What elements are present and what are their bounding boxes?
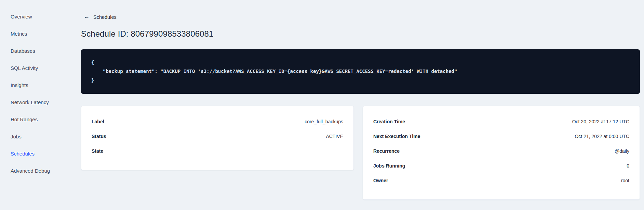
sidebar-item-network-latency[interactable]: Network Latency — [0, 94, 81, 111]
timing-row-value: root — [621, 178, 629, 183]
schedule-details-card: Label core_full_backups Status ACTIVE St… — [81, 106, 354, 170]
sidebar-item-label: Network Latency — [11, 99, 49, 105]
timing-row: Next Execution Time Oct 21, 2022 at 0:00… — [373, 129, 629, 144]
detail-row: Status ACTIVE — [92, 129, 343, 144]
detail-row-label: Status — [92, 134, 106, 139]
arrow-left-icon: ← — [84, 14, 90, 20]
sidebar-item-label: Metrics — [11, 31, 27, 37]
timing-row-label: Jobs Running — [373, 163, 405, 169]
sidebar-item-label: Insights — [11, 82, 28, 88]
sidebar-item-label: Hot Ranges — [11, 116, 38, 122]
page-root: Overview Metrics Databases SQL Activity … — [0, 0, 644, 210]
timing-row-value: Oct 21, 2022 at 0:00 UTC — [575, 134, 629, 139]
detail-row-value: core_full_backups — [305, 119, 343, 124]
sidebar-item-schedules[interactable]: Schedules — [0, 145, 81, 162]
detail-row-label: State — [92, 148, 103, 154]
main-content: ← Schedules Schedule ID: 806799098533806… — [81, 0, 644, 210]
schedule-timing-card: Creation Time Oct 20, 2022 at 17:12 UTC … — [363, 106, 640, 200]
schedule-statement-code-block: { "backup_statement": "BACKUP INTO 's3:/… — [81, 49, 640, 94]
sidebar-item-databases[interactable]: Databases — [0, 42, 81, 59]
sidebar-item-label: Schedules — [11, 151, 35, 157]
sidebar-item-label: SQL Activity — [11, 65, 38, 71]
sidebar-item-jobs[interactable]: Jobs — [0, 128, 81, 145]
sidebar-item-overview[interactable]: Overview — [0, 8, 81, 25]
detail-row-label: Label — [92, 119, 104, 124]
detail-row-value: ACTIVE — [326, 134, 343, 139]
sidebar-item-insights[interactable]: Insights — [0, 76, 81, 94]
back-to-schedules-link[interactable]: ← Schedules — [84, 14, 117, 20]
timing-row-value: 0 — [627, 163, 629, 169]
timing-row: Jobs Running 0 — [373, 158, 629, 173]
timing-row-label: Next Execution Time — [373, 134, 420, 139]
sidebar-item-label: Advanced Debug — [11, 168, 50, 174]
sidebar-item-label: Jobs — [11, 134, 22, 139]
page-title: Schedule ID: 806799098533806081 — [81, 29, 640, 39]
sidebar-item-advanced-debug[interactable]: Advanced Debug — [0, 162, 81, 179]
timing-row-label: Creation Time — [373, 119, 405, 124]
sidebar-item-metrics[interactable]: Metrics — [0, 25, 81, 42]
detail-row: State — [92, 144, 343, 158]
timing-row-value: @daily — [615, 148, 629, 154]
sidebar: Overview Metrics Databases SQL Activity … — [0, 0, 81, 210]
summary-cards: Label core_full_backups Status ACTIVE St… — [81, 106, 640, 200]
detail-row: Label core_full_backups — [92, 114, 343, 129]
timing-row-label: Owner — [373, 178, 388, 183]
timing-row-label: Recurrence — [373, 148, 400, 154]
sidebar-item-label: Overview — [11, 14, 32, 20]
sidebar-item-sql-activity[interactable]: SQL Activity — [0, 59, 81, 76]
sidebar-item-label: Databases — [11, 48, 35, 54]
timing-row: Recurrence @daily — [373, 144, 629, 158]
timing-row: Owner root — [373, 173, 629, 188]
timing-row-value: Oct 20, 2022 at 17:12 UTC — [572, 119, 629, 124]
back-link-label: Schedules — [93, 14, 117, 20]
sidebar-item-hot-ranges[interactable]: Hot Ranges — [0, 111, 81, 128]
backup-statement-json: { "backup_statement": "BACKUP INTO 's3:/… — [91, 58, 630, 85]
timing-row: Creation Time Oct 20, 2022 at 17:12 UTC — [373, 114, 629, 129]
